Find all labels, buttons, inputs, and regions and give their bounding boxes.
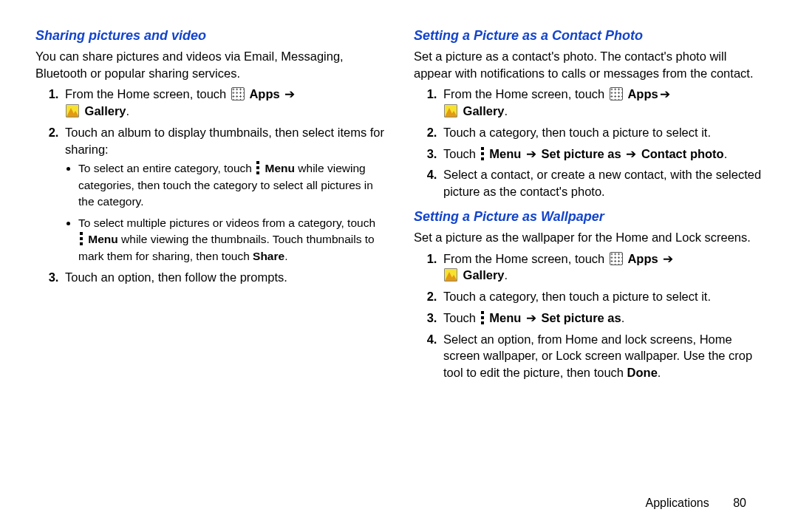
apps-grid-icon	[610, 87, 623, 100]
bullet-1: To select an entire category, touch Menu…	[78, 160, 384, 210]
intro-wallpaper: Set a picture as the wallpaper for the H…	[414, 229, 763, 246]
step-3: Touch Menu ➔ Set picture as.	[440, 310, 763, 327]
intro-contact-photo: Set a picture as a contact's photo. The …	[414, 48, 763, 82]
steps-contact-photo: From the Home screen, touch Apps➔ Galler…	[414, 86, 763, 200]
manual-page: Sharing pictures and video You can share…	[0, 0, 798, 532]
gallery-icon	[66, 104, 79, 117]
footer-section: Applications	[645, 497, 709, 509]
apps-grid-icon	[231, 87, 245, 100]
page-footer: Applications 80	[645, 497, 746, 510]
steps-wallpaper: From the Home screen, touch Apps ➔ Galle…	[414, 250, 763, 381]
step-1: From the Home screen, touch Apps ➔ Galle…	[62, 86, 384, 120]
step-4: Select an option, from Home and lock scr…	[440, 331, 763, 381]
bullet-2: To select multiple pictures or videos fr…	[78, 215, 384, 265]
step-2: Touch an album to display thumbnails, th…	[62, 124, 384, 265]
apps-grid-icon	[610, 252, 623, 265]
heading-sharing: Sharing pictures and video	[35, 27, 384, 45]
heading-contact-photo: Setting a Picture as a Contact Photo	[414, 27, 763, 45]
step-1: From the Home screen, touch Apps ➔ Galle…	[440, 250, 763, 284]
step-3: Touch an option, then follow the prompts…	[62, 269, 384, 286]
menu-dots-icon	[480, 147, 485, 160]
left-column: Sharing pictures and video You can share…	[35, 22, 384, 525]
heading-wallpaper: Setting a Picture as Wallpaper	[414, 208, 763, 226]
gallery-icon	[444, 104, 457, 117]
bullet-list: To select an entire category, touch Menu…	[65, 160, 384, 265]
menu-dots-icon	[256, 161, 260, 174]
step-4: Select a contact, or create a new contac…	[440, 166, 763, 200]
steps-sharing: From the Home screen, touch Apps ➔ Galle…	[35, 86, 384, 286]
step-2: Touch a category, then touch a picture t…	[440, 124, 763, 141]
page-number: 80	[733, 497, 746, 509]
step-2: Touch a category, then touch a picture t…	[440, 288, 763, 305]
menu-dots-icon	[480, 311, 485, 324]
gallery-icon	[444, 268, 457, 282]
step-3: Touch Menu ➔ Set picture as ➔ Contact ph…	[440, 146, 763, 163]
intro-sharing: You can share pictures and videos via Em…	[35, 48, 384, 82]
step-1: From the Home screen, touch Apps➔ Galler…	[440, 86, 763, 120]
menu-dots-icon	[79, 232, 83, 245]
right-column: Setting a Picture as a Contact Photo Set…	[414, 22, 763, 525]
